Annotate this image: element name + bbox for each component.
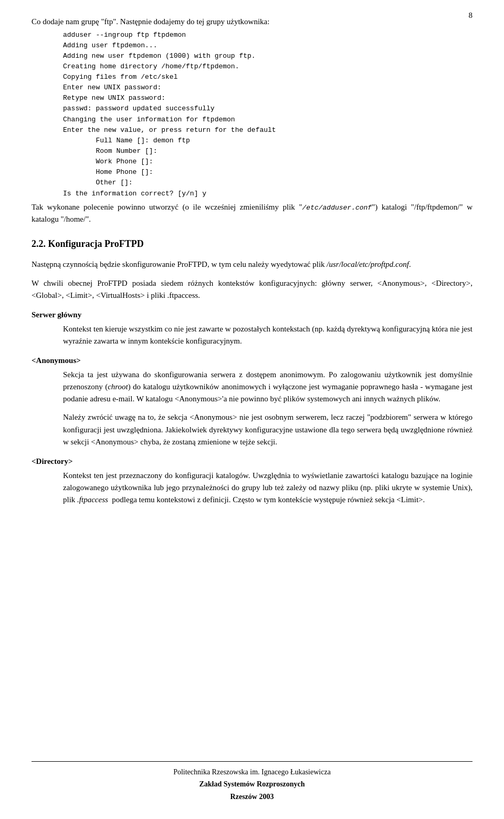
section-22-heading: 2.2. Konfiguracja ProFTPD [32,237,472,251]
footer-line3: Rzeszów 2003 [32,791,472,803]
ftpaccess-word: .ftpaccess [77,495,108,504]
proftpd-conf-path: /usr/local/etc/proftpd.conf [327,260,409,268]
section-22-number: 2.2. [32,239,46,249]
page-number: 8 [469,9,473,22]
para-22-2: W chwili obecnej ProFTPD posiada siedem … [32,277,472,302]
intro-heading: Co dodaje nam grupę "ftp". Następnie dod… [32,16,472,28]
adduser-conf-path: /etc/adduser.conf [302,204,372,212]
footer-line2: Zakład Systemów Rozproszonych [32,778,472,791]
anonymous-para1: Sekcja ta jest używana do skonfigurowani… [63,369,472,406]
anonymous-para2: Należy zwrócić uwagę na to, że sekcja <A… [63,411,472,448]
directory-label: <Directory> [32,455,472,468]
footer: Politechnika Rzeszowska im. Ignacego Łuk… [32,761,472,803]
para-22-1: Następną czynnością będzie skonfigurowan… [32,258,472,271]
footer-line1: Politechnika Rzeszowska im. Ignacego Łuk… [32,766,472,779]
page: 8 Co dodaje nam grupę "ftp". Następnie d… [0,0,504,819]
serwer-glowny-label: Serwer główny [32,309,472,321]
code-block: adduser --ingroup ftp ftpdemon Adding us… [63,30,472,199]
directory-text: Kontekst ten jest przeznaczony do konfig… [63,470,472,506]
serwer-glowny-text: Kontekst ten kieruje wszystkim co nie je… [63,323,472,348]
para-after-code: Tak wykonane polecenie powinno utworzyć … [32,201,472,226]
anonymous-label: <Anonymous> [32,355,472,367]
section-22-title: Konfiguracja ProFTPD [48,239,144,249]
chroot-word: chroot [108,382,128,391]
